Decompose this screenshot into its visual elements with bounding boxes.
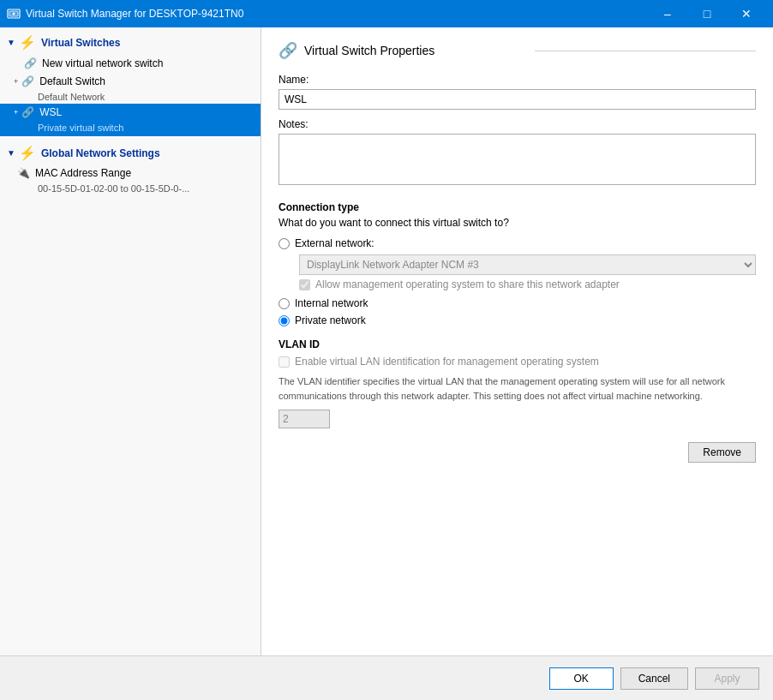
internal-network-label[interactable]: Internal network: [295, 297, 368, 309]
external-network-row: External network:: [279, 237, 756, 249]
connection-type-label: Connection type: [279, 201, 756, 213]
wsl-expand-icon: +: [14, 108, 18, 117]
close-button[interactable]: ✕: [727, 0, 766, 27]
mac-address-group: 🔌 MAC Address Range 00-15-5D-01-02-00 to…: [0, 165, 261, 195]
cancel-button[interactable]: Cancel: [620, 667, 688, 690]
notes-label: Notes:: [279, 118, 756, 130]
virtual-switches-arrow: ▼: [7, 38, 15, 47]
global-network-label: Global Network Settings: [41, 147, 160, 159]
management-os-label: Allow management operating system to sha…: [315, 278, 620, 290]
maximize-button[interactable]: □: [687, 0, 727, 27]
external-network-label[interactable]: External network:: [295, 237, 375, 249]
wsl-item[interactable]: + 🔗 WSL: [0, 104, 261, 121]
remove-button[interactable]: Remove: [688, 442, 756, 463]
vlan-checkbox-row: Enable virtual LAN identification for ma…: [279, 356, 756, 368]
mac-address-item[interactable]: 🔌 MAC Address Range: [0, 165, 261, 182]
name-label: Name:: [279, 74, 756, 86]
connection-type-section: Connection type What do you want to conn…: [279, 201, 756, 326]
private-network-row: Private network: [279, 314, 756, 326]
vlan-checkbox-label: Enable virtual LAN identification for ma…: [295, 356, 599, 368]
external-network-select[interactable]: DisplayLink Network Adapter NCM #3: [299, 254, 756, 275]
bottom-bar: OK Cancel Apply: [0, 655, 773, 700]
virtual-switches-icon: ⚡: [19, 34, 36, 51]
vlan-section: VLAN ID Enable virtual LAN identificatio…: [279, 338, 756, 428]
section-title: Virtual Switch Properties: [304, 44, 526, 57]
app-icon: [7, 7, 21, 21]
main-layout: ▼ ⚡ Virtual Switches 🔗 New virtual netwo…: [0, 27, 773, 655]
connection-type-desc: What do you want to connect this virtual…: [279, 217, 756, 229]
remove-btn-row: Remove: [279, 442, 756, 463]
private-network-label[interactable]: Private network: [295, 314, 366, 326]
management-os-checkbox-row: Allow management operating system to sha…: [299, 278, 756, 290]
vlan-checkbox[interactable]: [279, 356, 290, 368]
window-title: Virtual Switch Manager for DESKTOP-9421T…: [26, 8, 648, 20]
mac-address-sublabel: 00-15-5D-01-02-00 to 00-15-5D-0-...: [0, 182, 261, 195]
ok-button[interactable]: OK: [549, 667, 614, 690]
default-switch-item[interactable]: + 🔗 Default Switch: [0, 73, 261, 90]
mac-address-icon: 🔌: [17, 167, 30, 179]
wsl-icon: 🔗: [21, 106, 34, 118]
right-panel: 🔗 Virtual Switch Properties Name: Notes:…: [261, 27, 773, 655]
left-panel: ▼ ⚡ Virtual Switches 🔗 New virtual netwo…: [0, 27, 261, 655]
virtual-switches-label: Virtual Switches: [41, 37, 120, 49]
vlan-description: The VLAN identifier specifies the virtua…: [279, 374, 756, 403]
wsl-group: + 🔗 WSL Private virtual switch: [0, 104, 261, 136]
internal-network-row: Internal network: [279, 297, 756, 309]
wsl-sublabel: Private virtual switch: [0, 121, 261, 136]
default-switch-group: + 🔗 Default Switch Default Network: [0, 73, 261, 104]
vlan-input[interactable]: [279, 410, 330, 428]
global-network-icon: ⚡: [19, 145, 36, 161]
section-title-icon: 🔗: [279, 41, 297, 60]
section-title-divider: [535, 51, 757, 51]
external-network-radio[interactable]: [279, 238, 290, 249]
vlan-title: VLAN ID: [279, 338, 756, 350]
new-virtual-switch-item[interactable]: 🔗 New virtual network switch: [0, 54, 261, 73]
global-network-arrow: ▼: [7, 148, 15, 158]
minimize-button[interactable]: –: [648, 0, 687, 27]
private-network-radio[interactable]: [279, 315, 290, 326]
default-switch-icon: 🔗: [21, 75, 34, 87]
title-bar: Virtual Switch Manager for DESKTOP-9421T…: [0, 0, 773, 27]
new-switch-label: New virtual network switch: [42, 57, 163, 69]
name-input[interactable]: [279, 89, 756, 110]
global-network-header[interactable]: ▼ ⚡ Global Network Settings: [0, 141, 261, 165]
internal-network-radio[interactable]: [279, 298, 290, 309]
notes-textarea[interactable]: [279, 134, 756, 185]
default-switch-label: Default Switch: [39, 75, 105, 87]
virtual-switches-header[interactable]: ▼ ⚡ Virtual Switches: [0, 31, 261, 54]
section-title-row: 🔗 Virtual Switch Properties: [279, 41, 756, 60]
default-switch-expand: +: [14, 77, 18, 86]
external-network-dropdown-row: DisplayLink Network Adapter NCM #3: [299, 254, 756, 275]
wsl-label: WSL: [39, 106, 62, 118]
mac-address-label: MAC Address Range: [35, 167, 131, 179]
apply-button[interactable]: Apply: [695, 667, 759, 690]
new-switch-icon: 🔗: [24, 57, 37, 69]
window-controls: – □ ✕: [648, 0, 766, 27]
management-os-checkbox[interactable]: [299, 279, 310, 290]
svg-point-2: [13, 13, 15, 15]
default-switch-sublabel: Default Network: [0, 90, 261, 104]
